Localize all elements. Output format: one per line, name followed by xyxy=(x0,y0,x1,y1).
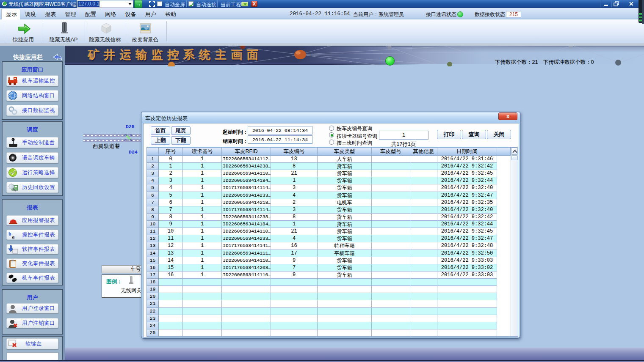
svg-text:a: a xyxy=(12,233,15,240)
svg-text:b: b xyxy=(8,231,11,237)
